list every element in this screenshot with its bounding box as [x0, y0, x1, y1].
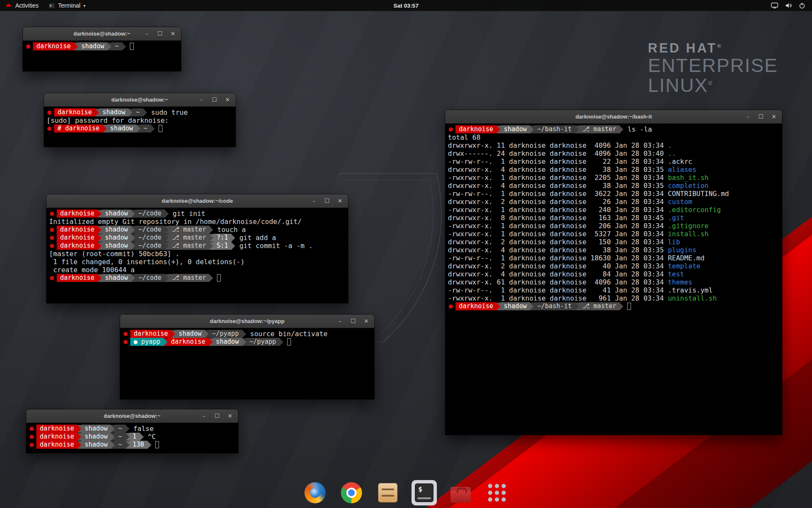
prompt-segment-branch: ⎇ master	[579, 125, 620, 133]
executable-name: .editorconfig	[668, 206, 721, 214]
powerline-separator-icon	[143, 109, 147, 116]
close-button[interactable]: ✕	[225, 97, 230, 103]
activities-label: Activities	[15, 2, 38, 9]
window-titlebar[interactable]: darknoise@shadow:~/code–☐✕	[47, 194, 348, 208]
window-title: darknoise@shadow:~/bash-it	[576, 113, 652, 120]
window-titlebar[interactable]: darknoise@shadow:~/bash-it–☐✕	[445, 110, 782, 124]
terminal-line: -rwxrwxr-x. 1 darknoise darknoise 5327 J…	[448, 230, 779, 238]
maximize-button[interactable]: ☐	[758, 113, 764, 120]
terminal-text: .travis.yml	[668, 286, 713, 294]
terminal-content[interactable]: darknoiseshadow~/bash-it⎇ master ls -lat…	[445, 124, 782, 435]
prompt-os-icon	[26, 44, 30, 49]
dock-item-chrome[interactable]	[339, 480, 364, 505]
powerline-separator-icon	[137, 125, 140, 133]
app-menu-terminal[interactable]: Terminal ▾	[44, 0, 91, 11]
terminal-line: darknoiseshadow~/code⎇ masterS:1 git com…	[49, 242, 346, 250]
terminal-line: drwxrwxr-x. 2 darknoise darknoise 40 Jan…	[448, 262, 779, 270]
minimize-button[interactable]: –	[144, 30, 150, 37]
powerline-separator-icon	[74, 43, 78, 50]
prompt-segment-user: darknoise	[36, 433, 77, 441]
powerline-separator-icon	[111, 433, 115, 441]
terminal-line: # darknoiseshadow~	[47, 124, 233, 133]
powerline-separator-icon	[530, 126, 534, 133]
minimize-button[interactable]: –	[198, 97, 204, 103]
powerline-separator-icon	[126, 433, 129, 441]
maximize-button[interactable]: ☐	[350, 318, 356, 324]
directory-name: template	[668, 262, 700, 270]
close-button[interactable]: ✕	[363, 318, 369, 324]
dock-item-firefox[interactable]	[302, 480, 328, 505]
terminal-text: [sudo] password for darknoise:	[47, 116, 169, 124]
prompt-segment-host: shadow	[81, 441, 111, 449]
window-titlebar[interactable]: darknoise@shadow:~–☐✕	[26, 409, 238, 423]
dock-item-app-grid[interactable]	[484, 480, 510, 505]
minimize-button[interactable]: –	[745, 113, 751, 120]
system-status-area[interactable]	[771, 0, 812, 11]
window-buttons: –☐✕	[311, 194, 343, 207]
powerline-separator-icon	[575, 126, 579, 133]
prompt-os-icon	[47, 110, 52, 115]
terminal-content[interactable]: darknoiseshadow~ sudo true[sudo] passwor…	[44, 107, 236, 147]
terminal-line: create mode 100644 a	[49, 266, 346, 274]
terminal-line: darknoiseshadow~/code git init	[49, 210, 346, 218]
minimize-button[interactable]: –	[311, 198, 317, 204]
window-titlebar[interactable]: darknoise@shadow:~/pyapp–☐✕	[120, 315, 374, 328]
window-buttons: –☐✕	[337, 315, 369, 328]
terminal-text: drwxrwxr-x. 4 darknoise darknoise 38 Jan…	[448, 182, 668, 190]
prompt-os-icon	[123, 332, 128, 336]
powerline-separator-icon	[165, 226, 169, 234]
window-buttons: –☐✕	[201, 409, 233, 422]
powerline-separator-icon	[242, 338, 246, 346]
maximize-button[interactable]: ☐	[157, 30, 163, 37]
window-titlebar[interactable]: darknoise@shadow:~–☐✕	[23, 27, 181, 41]
window-titlebar[interactable]: darknoise@shadow:~–☐✕	[44, 93, 236, 107]
dock-item-software[interactable]	[448, 480, 473, 505]
powerline-separator-icon	[209, 338, 213, 346]
prompt-os-icon	[50, 276, 54, 280]
prompt-os-icon	[30, 435, 34, 439]
terminal-line: darknoiseshadow~	[25, 42, 178, 50]
minimize-button[interactable]: –	[201, 413, 207, 419]
close-button[interactable]: ✕	[337, 198, 343, 204]
terminal-content[interactable]: darknoiseshadow~/pyapp source bin/activa…	[120, 328, 374, 399]
close-button[interactable]: ✕	[170, 30, 176, 37]
window-title: darknoise@shadow:~	[104, 413, 160, 419]
directory-name: ..	[668, 149, 676, 157]
terminal-content[interactable]: darknoiseshadow~	[23, 41, 181, 71]
terminal-line: -rwxrwxr-x. 1 darknoise darknoise 206 Ja…	[448, 222, 779, 230]
terminal-content[interactable]: darknoiseshadow~ falsedarknoiseshadow~1 …	[26, 423, 238, 453]
prompt-os-icon	[449, 304, 453, 309]
maximize-button[interactable]: ☐	[214, 413, 220, 419]
maximize-button[interactable]: ☐	[324, 198, 330, 204]
terminal-text: .ackrc	[668, 157, 692, 166]
prompt-segment-user: darknoise	[36, 425, 77, 433]
terminal-line: darknoiseshadow~/code⎇ master?:1 git add…	[49, 234, 346, 242]
terminal-text: drwxrwxr-x. 11 darknoise darknoise 4096 …	[448, 141, 668, 149]
terminal-line: ● pyappdarknoiseshadow~/pyapp	[123, 338, 372, 346]
clock[interactable]: Sat 03:57	[393, 3, 418, 9]
window-buttons: –☐✕	[144, 27, 176, 40]
dock-item-files[interactable]	[375, 480, 401, 505]
terminal-content[interactable]: darknoiseshadow~/code git initInitialize…	[47, 208, 348, 303]
powerline-separator-icon	[209, 226, 213, 234]
terminal-line: darknoiseshadow~/code⎇ master touch a	[49, 226, 346, 234]
maximize-button[interactable]: ☐	[211, 97, 217, 103]
minimize-button[interactable]: –	[337, 318, 343, 324]
directory-name: .	[668, 141, 672, 149]
activities-button[interactable]: Activities	[0, 0, 44, 11]
dock-item-terminal[interactable]	[411, 480, 437, 505]
terminal-text: ls -la	[623, 125, 652, 133]
branding-red-hat: RED HAT	[648, 41, 717, 55]
prompt-segment-path: ~	[111, 42, 122, 50]
prompt-segment-host: shadow	[102, 226, 131, 234]
terminal-text: -rw-rw-r--. 1 darknoise darknoise 18630 …	[448, 254, 668, 262]
terminal-line: total 68	[448, 133, 779, 141]
terminal-line: [master (root-commit) 50bcb63] .	[49, 250, 346, 258]
powerline-separator-icon	[98, 226, 102, 234]
close-button[interactable]: ✕	[227, 413, 233, 419]
powerline-separator-icon	[165, 234, 169, 242]
powerline-separator-icon	[575, 303, 579, 310]
close-button[interactable]: ✕	[771, 113, 777, 120]
powerline-separator-icon	[151, 125, 155, 133]
directory-name: aliases	[668, 166, 696, 174]
